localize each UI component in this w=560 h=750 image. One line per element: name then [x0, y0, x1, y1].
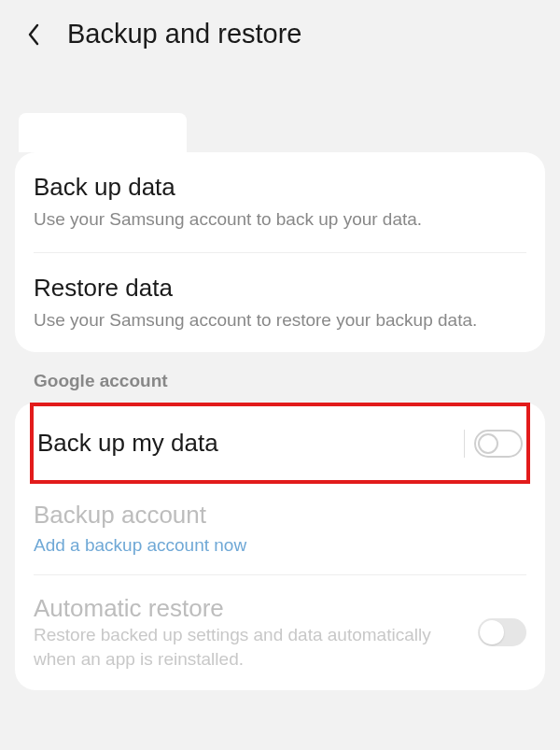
backup-data-subtitle: Use your Samsung account to back up your…	[34, 207, 526, 232]
samsung-account-card: Back up data Use your Samsung account to…	[15, 152, 545, 352]
backup-my-data-title: Back up my data	[37, 429, 218, 458]
toggle-divider	[464, 430, 465, 458]
restore-data-title: Restore data	[34, 274, 526, 303]
google-account-header: Google account	[0, 352, 560, 403]
toggle-knob	[478, 433, 498, 454]
backup-account-item[interactable]: Backup account Add a backup account now	[34, 484, 526, 575]
backup-account-title: Backup account	[34, 501, 526, 530]
google-account-card: Back up my data Backup account Add a bac…	[15, 403, 545, 689]
backup-my-data-item[interactable]: Back up my data	[37, 406, 523, 480]
back-icon[interactable]	[22, 23, 45, 46]
tab-strip	[19, 113, 187, 152]
header: Backup and restore	[0, 0, 560, 68]
toggle-knob	[480, 620, 504, 644]
restore-data-item[interactable]: Restore data Use your Samsung account to…	[34, 253, 526, 353]
toggle-wrap	[464, 430, 523, 458]
restore-data-subtitle: Use your Samsung account to restore your…	[34, 308, 526, 333]
highlight-box: Back up my data	[30, 403, 530, 484]
automatic-restore-subtitle: Restore backed up settings and data auto…	[34, 623, 463, 671]
automatic-restore-item: Automatic restore Restore backed up sett…	[34, 575, 526, 689]
automatic-restore-title: Automatic restore	[34, 594, 463, 623]
page-title: Backup and restore	[67, 19, 301, 50]
backup-data-item[interactable]: Back up data Use your Samsung account to…	[34, 152, 526, 253]
backup-my-data-toggle[interactable]	[474, 430, 523, 458]
automatic-restore-toggle[interactable]	[478, 618, 526, 646]
backup-account-link[interactable]: Add a backup account now	[34, 535, 526, 556]
backup-data-title: Back up data	[34, 173, 526, 202]
